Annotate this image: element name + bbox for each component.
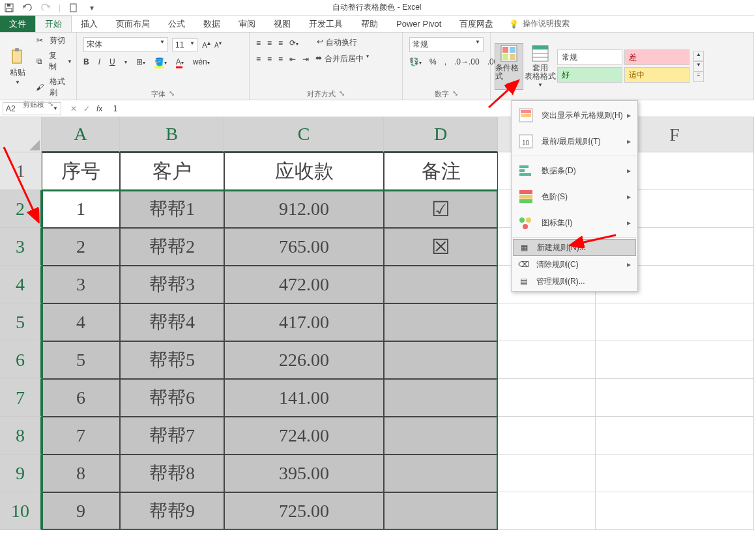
cell[interactable]: 226.00 [224, 341, 384, 379]
table-format-button[interactable]: 套用 表格格式 ▼ [526, 43, 555, 90]
cell[interactable]: 8 [42, 455, 120, 492]
font-color-button[interactable]: A▾ [176, 57, 184, 66]
bold-button[interactable]: B [83, 57, 89, 66]
cell[interactable]: 应收款 [224, 152, 384, 190]
cell[interactable] [384, 303, 498, 341]
select-all-corner[interactable] [0, 117, 42, 152]
cell[interactable]: ☑ [384, 190, 498, 228]
column-header[interactable]: A [42, 117, 120, 152]
tab-dev[interactable]: 开发工具 [300, 16, 352, 32]
comma-button[interactable]: , [444, 57, 446, 66]
menu-data-bars[interactable]: 数据条(D)▸ [513, 158, 636, 184]
cell[interactable]: 备注 [384, 152, 498, 190]
conditional-format-button[interactable]: 条件格式 ▼ [495, 43, 523, 90]
cell[interactable]: 395.00 [224, 455, 384, 492]
font-name-select[interactable]: 宋体▼ [83, 37, 168, 52]
cell[interactable]: 6 [42, 379, 120, 417]
cell[interactable]: 472.00 [224, 266, 384, 303]
font-size-select[interactable]: 11▼ [172, 38, 198, 51]
cell[interactable]: 3 [42, 266, 120, 303]
currency-button[interactable]: 💱▾ [409, 57, 422, 66]
dialog-launcher-icon[interactable]: ⤡ [168, 89, 175, 96]
indent-decrease-icon[interactable]: ⇤ [289, 55, 296, 64]
row-header[interactable]: 7 [0, 379, 42, 417]
tab-pivot[interactable]: Power Pivot [387, 16, 450, 32]
align-middle-icon[interactable]: ≡ [267, 38, 272, 48]
cell[interactable] [596, 303, 754, 341]
menu-highlight-rules[interactable]: 突出显示单元格规则(H)▸ [513, 102, 636, 128]
menu-manage-rules[interactable]: ▤ 管理规则(R)... [513, 273, 636, 290]
column-header[interactable]: B [120, 117, 224, 152]
cell[interactable]: 7 [42, 417, 120, 455]
tab-help[interactable]: 帮助 [352, 16, 387, 32]
cell[interactable]: 1 [42, 190, 120, 228]
formula-bar[interactable]: 1 [109, 103, 754, 115]
style-good[interactable]: 好 [557, 67, 622, 83]
paste-button[interactable]: 粘贴 ▼ [4, 43, 31, 90]
cell[interactable]: 141.00 [224, 379, 384, 417]
name-box[interactable]: A2▼ [3, 102, 61, 115]
cut-button[interactable]: ✂剪切 [34, 35, 72, 46]
row-header[interactable]: 10 [0, 492, 42, 530]
column-header[interactable]: D [384, 117, 498, 152]
align-bottom-icon[interactable]: ≡ [278, 38, 283, 48]
cell[interactable] [596, 455, 754, 492]
dialog-launcher-icon[interactable]: ⤡ [338, 89, 345, 96]
row-header[interactable]: 2 [0, 190, 42, 228]
new-icon[interactable] [68, 3, 79, 13]
align-left-icon[interactable]: ≡ [256, 55, 261, 64]
cancel-icon[interactable]: ✕ [70, 104, 77, 113]
cell[interactable]: 帮帮9 [120, 492, 224, 530]
row-header[interactable]: 3 [0, 228, 42, 266]
chevron-down-icon[interactable]: ▾ [87, 3, 97, 13]
decrease-font-icon[interactable]: A▾ [214, 40, 222, 49]
tab-home[interactable]: 开始 [35, 16, 72, 32]
indent-increase-icon[interactable]: ⇥ [302, 55, 309, 64]
tab-file[interactable]: 文件 [0, 16, 35, 32]
cell[interactable] [498, 341, 596, 379]
gallery-more-icon[interactable]: ≡ [693, 72, 704, 82]
tab-formulas[interactable]: 公式 [159, 16, 194, 32]
menu-top-bottom[interactable]: 10 最前/最后规则(T)▸ [513, 128, 636, 154]
save-icon[interactable] [4, 3, 14, 13]
tab-insert[interactable]: 插入 [72, 16, 107, 32]
undo-icon[interactable] [22, 3, 33, 13]
tab-baidu[interactable]: 百度网盘 [450, 16, 502, 32]
cell[interactable] [498, 455, 596, 492]
cell[interactable]: 帮帮1 [120, 190, 224, 228]
cell[interactable]: 2 [42, 228, 120, 266]
tab-view[interactable]: 视图 [265, 16, 300, 32]
align-center-icon[interactable]: ≡ [267, 55, 272, 64]
tab-data[interactable]: 数据 [194, 16, 229, 32]
cell[interactable] [384, 341, 498, 379]
gallery-down-icon[interactable]: ▼ [693, 61, 704, 72]
row-header[interactable]: 1 [0, 152, 42, 190]
cell[interactable]: 912.00 [224, 190, 384, 228]
cell[interactable] [596, 341, 754, 379]
tab-layout[interactable]: 页面布局 [107, 16, 159, 32]
cell[interactable]: 5 [42, 341, 120, 379]
row-header[interactable]: 8 [0, 417, 42, 455]
format-painter-button[interactable]: 🖌格式刷 [34, 76, 72, 98]
copy-button[interactable]: ⧉复制▼ [34, 50, 72, 72]
cell[interactable] [596, 417, 754, 455]
menu-clear-rules[interactable]: ⌫ 清除规则(C)▸ [513, 256, 636, 273]
row-header[interactable]: 9 [0, 455, 42, 492]
enter-icon[interactable]: ✓ [83, 104, 90, 113]
style-bad[interactable]: 差 [624, 49, 689, 65]
row-header[interactable]: 4 [0, 266, 42, 303]
cell[interactable] [596, 492, 754, 530]
cell[interactable]: 帮帮8 [120, 455, 224, 492]
italic-button[interactable]: I [98, 57, 100, 66]
percent-button[interactable]: % [429, 57, 437, 66]
cell[interactable] [384, 455, 498, 492]
menu-icon-sets[interactable]: 图标集(I)▸ [513, 210, 636, 236]
wrap-text-button[interactable]: ↩自动换行 [317, 37, 357, 48]
tell-me[interactable]: 💡 操作说明搜索 [509, 16, 570, 32]
style-normal[interactable]: 常规 [557, 49, 622, 65]
cell[interactable]: 帮帮5 [120, 341, 224, 379]
tab-review[interactable]: 审阅 [229, 16, 265, 32]
cell[interactable]: ☒ [384, 228, 498, 266]
cell[interactable]: 417.00 [224, 303, 384, 341]
number-format-select[interactable]: 常规▼ [409, 37, 484, 52]
